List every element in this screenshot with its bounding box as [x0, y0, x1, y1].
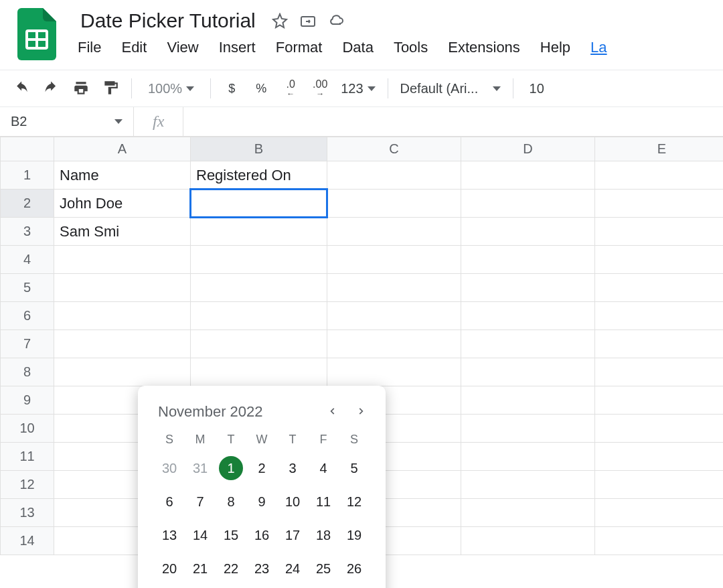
cell-D8[interactable]	[461, 358, 595, 386]
menu-help[interactable]: Help	[539, 38, 572, 58]
cell-E1[interactable]	[595, 161, 724, 190]
cell-A7[interactable]	[54, 330, 191, 358]
cell-C5[interactable]	[327, 274, 461, 302]
font-dropdown[interactable]: Default (Ari...	[400, 81, 501, 96]
row-header[interactable]: 9	[1, 386, 54, 415]
col-header-B[interactable]: B	[191, 137, 327, 161]
col-header-A[interactable]: A	[54, 137, 191, 161]
col-header-C[interactable]: C	[327, 137, 461, 161]
cell-D13[interactable]	[461, 499, 595, 527]
cell-D2[interactable]	[461, 190, 595, 218]
zoom-dropdown[interactable]: 100%	[144, 81, 198, 96]
cell-B8[interactable]	[191, 358, 327, 386]
cell-D4[interactable]	[461, 246, 595, 274]
cell-B4[interactable]	[191, 246, 327, 274]
menu-edit[interactable]: Edit	[120, 38, 148, 58]
datepicker-day[interactable]: 21	[188, 557, 212, 581]
cell-D6[interactable]	[461, 302, 595, 330]
menu-extensions[interactable]: Extensions	[447, 38, 521, 58]
row-header[interactable]: 14	[1, 527, 54, 555]
datepicker-prev-icon[interactable]	[328, 405, 337, 419]
cell-D7[interactable]	[461, 330, 595, 358]
paint-format-icon[interactable]	[102, 80, 119, 97]
print-icon[interactable]	[72, 80, 90, 97]
cell-E8[interactable]	[595, 358, 724, 386]
decrease-decimal-button[interactable]: .0←	[282, 80, 299, 97]
datepicker-day[interactable]: 20	[157, 557, 181, 581]
datepicker-day[interactable]: 31	[188, 456, 212, 480]
row-header[interactable]: 10	[1, 415, 54, 443]
datepicker-day[interactable]: 9	[250, 490, 274, 514]
datepicker-day[interactable]: 26	[342, 557, 366, 581]
cell-C4[interactable]	[327, 246, 461, 274]
name-box[interactable]: B2	[0, 107, 134, 136]
datepicker-day[interactable]: 13	[157, 523, 181, 547]
format-123-dropdown[interactable]: 123	[341, 81, 375, 96]
row-header[interactable]: 4	[1, 246, 54, 274]
menu-view[interactable]: View	[165, 38, 199, 58]
datepicker-day[interactable]: 16	[250, 523, 274, 547]
undo-icon[interactable]	[13, 80, 31, 97]
datepicker-day[interactable]: 11	[311, 490, 335, 514]
currency-button[interactable]: $	[223, 80, 240, 97]
cell-E2[interactable]	[595, 190, 724, 218]
cell-A5[interactable]	[54, 274, 191, 302]
formula-input[interactable]	[183, 107, 723, 136]
cell-C8[interactable]	[327, 358, 461, 386]
cell-A6[interactable]	[54, 302, 191, 330]
cell-A2[interactable]: John Doe	[54, 190, 191, 218]
row-header[interactable]: 2	[1, 190, 54, 218]
datepicker-day[interactable]: 19	[342, 523, 366, 547]
datepicker-day[interactable]: 12	[342, 490, 366, 514]
star-icon[interactable]	[272, 13, 288, 29]
row-header[interactable]: 5	[1, 274, 54, 302]
datepicker-day[interactable]: 10	[280, 490, 305, 514]
row-header[interactable]: 1	[1, 161, 54, 190]
cell-C6[interactable]	[327, 302, 461, 330]
datepicker-month-button[interactable]: November 2022	[158, 403, 263, 421]
row-header[interactable]: 8	[1, 358, 54, 386]
row-header[interactable]: 12	[1, 471, 54, 499]
cell-E7[interactable]	[595, 330, 724, 358]
increase-decimal-button[interactable]: .00→	[311, 80, 329, 97]
cell-C7[interactable]	[327, 330, 461, 358]
datepicker-day[interactable]: 14	[188, 523, 212, 547]
row-header[interactable]: 7	[1, 330, 54, 358]
row-header[interactable]: 11	[1, 443, 54, 471]
menu-insert[interactable]: Insert	[218, 38, 257, 58]
datepicker-day[interactable]: 22	[219, 557, 243, 581]
cloud-status-icon[interactable]	[328, 13, 344, 29]
select-all-corner[interactable]	[1, 137, 54, 161]
datepicker-day[interactable]: 1	[219, 456, 243, 480]
cell-E9[interactable]	[595, 386, 724, 415]
cell-D3[interactable]	[461, 218, 595, 246]
cell-B5[interactable]	[191, 274, 327, 302]
datepicker-next-icon[interactable]	[356, 405, 366, 419]
cell-E6[interactable]	[595, 302, 724, 330]
cell-B3[interactable]	[191, 218, 327, 246]
document-title[interactable]: Date Picker Tutorial	[76, 8, 260, 33]
cell-E13[interactable]	[595, 499, 724, 527]
sheets-logo-icon[interactable]	[17, 8, 56, 60]
cell-D5[interactable]	[461, 274, 595, 302]
cell-E10[interactable]	[595, 415, 724, 443]
cell-B6[interactable]	[191, 302, 327, 330]
cell-E12[interactable]	[595, 471, 724, 499]
cell-E14[interactable]	[595, 527, 724, 555]
cell-D11[interactable]	[461, 443, 595, 471]
datepicker-day[interactable]: 3	[280, 456, 305, 480]
cell-C3[interactable]	[327, 218, 461, 246]
menu-format[interactable]: Format	[274, 38, 324, 58]
cell-E11[interactable]	[595, 443, 724, 471]
cell-A4[interactable]	[54, 246, 191, 274]
font-size-input[interactable]: 10	[526, 81, 548, 96]
datepicker-day[interactable]: 24	[280, 557, 305, 581]
cell-C2[interactable]	[327, 190, 461, 218]
datepicker-day[interactable]: 18	[311, 523, 335, 547]
cell-E4[interactable]	[595, 246, 724, 274]
row-header[interactable]: 3	[1, 218, 54, 246]
cell-D1[interactable]	[461, 161, 595, 190]
col-header-E[interactable]: E	[595, 137, 724, 161]
datepicker-day[interactable]: 2	[250, 456, 274, 480]
cell-D10[interactable]	[461, 415, 595, 443]
